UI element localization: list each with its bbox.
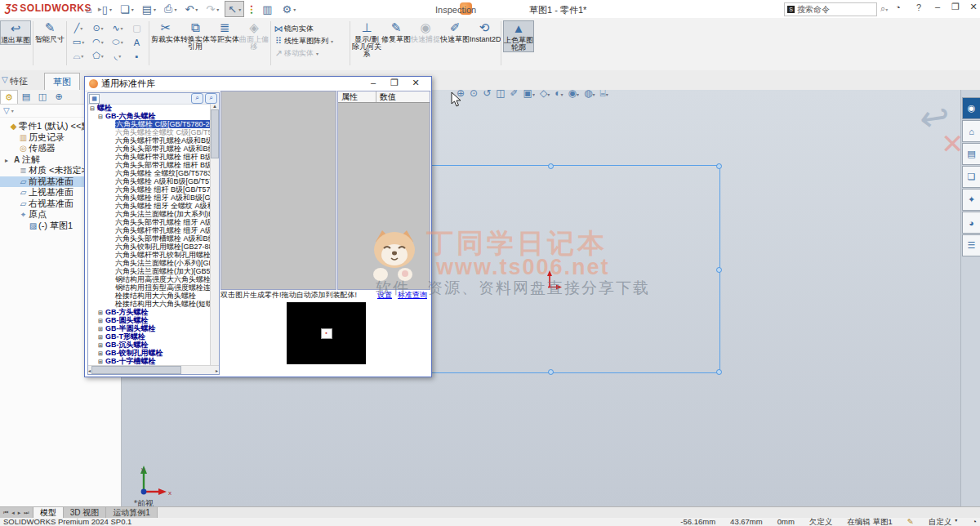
ribbon-button[interactable]: ✐快速草图 bbox=[440, 20, 470, 58]
expander-icon[interactable]: ⊞ bbox=[98, 358, 105, 365]
ribbon-button[interactable]: ⊥显示/删除几何关系 bbox=[352, 20, 381, 58]
parts-tree-item[interactable]: 六角头头部带孔螺栓 细牙 A级和B bbox=[88, 218, 211, 226]
parts-tree-item[interactable]: 钢结构用扭剪型高强度螺栓连接副 bbox=[88, 283, 211, 292]
tab-scroll-icon[interactable]: ◂ bbox=[11, 510, 15, 516]
sketch-entity-button[interactable]: ◟▾ bbox=[108, 49, 127, 63]
tab-scroll-icon[interactable]: ▸ bbox=[18, 510, 21, 516]
quick-access-button[interactable]: ⌂ bbox=[83, 2, 96, 16]
parts-tree-item[interactable]: 六角头螺栓 细杆 B级[GB/T5784-1 bbox=[88, 185, 211, 194]
quick-access-button[interactable]: ↶▾ bbox=[182, 2, 200, 16]
parts-tree-item[interactable]: 六角头头部带孔螺栓 细杆 B级[GB bbox=[88, 161, 211, 169]
ribbon-row-button[interactable]: ⠿线性草图阵列▾ bbox=[273, 35, 348, 47]
plane-handle[interactable] bbox=[716, 369, 722, 375]
tree-view-button[interactable]: ▦ bbox=[89, 94, 100, 104]
parts-tree-item[interactable]: 六角头螺杆带孔螺栓 细牙 A级和B bbox=[88, 226, 211, 234]
task-pane-tab[interactable]: ☰ bbox=[962, 234, 980, 256]
view-tool-icon[interactable]: ◉▾ bbox=[568, 90, 579, 99]
status-custom[interactable]: 自定义 bbox=[929, 517, 952, 526]
status-circle-icon[interactable]: ◔ bbox=[972, 517, 977, 526]
filter-icon[interactable]: ▽ bbox=[2, 75, 8, 84]
parts-tree-item[interactable]: ⊞GB-方头螺栓 bbox=[88, 308, 211, 316]
parts-tree-item[interactable]: 六角头螺栓 C级[GB/T5780-2000] bbox=[88, 120, 211, 128]
account-icon[interactable]: ◔ bbox=[895, 2, 901, 12]
expander-icon[interactable]: ⊞ bbox=[98, 333, 105, 341]
plane-handle[interactable] bbox=[548, 163, 554, 169]
parts-tree-item[interactable]: ⊞GB-T形螺栓 bbox=[88, 332, 211, 341]
expander-icon[interactable]: ⊞ bbox=[98, 341, 105, 349]
plane-handle[interactable] bbox=[716, 267, 722, 273]
close-button[interactable]: ✕ bbox=[965, 2, 980, 12]
sketch-entity-button[interactable]: ▢ bbox=[127, 21, 147, 35]
sketch-entity-button[interactable]: ⬠▾ bbox=[88, 49, 108, 63]
parts-tree-item[interactable]: 六角头法兰面螺栓(小系列)[GB/T1 bbox=[88, 259, 211, 267]
minimize-button[interactable]: – bbox=[929, 2, 946, 11]
parts-tree-item[interactable]: 六角头螺杆带孔螺栓 细杆 B级[GB bbox=[88, 153, 211, 161]
quick-access-button[interactable]: ▤▾ bbox=[140, 2, 158, 16]
sketch-entity-button[interactable]: ▪ bbox=[127, 49, 147, 63]
parts-tree-item[interactable]: 六角头螺栓 全螺纹[GB/T5783-200 bbox=[88, 169, 211, 177]
parts-tree-item[interactable]: 栓接结构用大六角头螺栓 bbox=[88, 292, 211, 300]
view-tool-icon[interactable]: ✐ bbox=[510, 90, 519, 99]
plane-handle[interactable] bbox=[548, 369, 554, 375]
parts-tree-item[interactable]: ⊞GB-圆头螺栓 bbox=[88, 316, 211, 324]
quick-access-button[interactable]: ❏▾ bbox=[118, 2, 136, 16]
expander-icon[interactable]: ⊞ bbox=[98, 350, 105, 357]
parts-tree-item[interactable]: ⊞GB-十字槽螺栓 bbox=[88, 357, 211, 365]
expander-icon[interactable]: ⊞ bbox=[98, 325, 105, 332]
dialog-link[interactable]: 标准查询 bbox=[398, 291, 427, 299]
parts-tree-item[interactable]: 六角头铰制孔用螺栓[GB27-88] bbox=[88, 243, 211, 251]
dialog-minimize-button[interactable]: – bbox=[363, 78, 384, 88]
restore-button[interactable]: ❐ bbox=[947, 2, 964, 12]
ribbon-button[interactable]: ⧉转换实体引用 bbox=[180, 20, 210, 51]
sketch-entity-button[interactable]: ⌓▾ bbox=[69, 49, 88, 63]
ribbon-row-button[interactable]: ↗移动实体▾ bbox=[273, 47, 348, 60]
view-tool-icon[interactable]: ◍▾ bbox=[584, 90, 595, 99]
task-pane-tab[interactable]: ❏ bbox=[962, 166, 980, 188]
view-tool-icon[interactable]: ⊙ bbox=[470, 90, 478, 99]
parts-tree-item[interactable]: 栓接结构用大六角头螺栓(短螺纹) bbox=[88, 300, 211, 308]
dropdown-caret-icon[interactable]: ▾ bbox=[955, 517, 957, 526]
smart-dimension-button[interactable]: ✎ 智能尺寸 bbox=[35, 20, 65, 43]
view-tool-icon[interactable]: ⌸▾ bbox=[599, 90, 608, 99]
quick-access-button[interactable]: ▯▾ bbox=[100, 2, 114, 16]
expander-icon[interactable]: ⊟ bbox=[98, 113, 105, 120]
dialog-close-button[interactable]: ✕ bbox=[405, 78, 426, 88]
dialog-title-bar[interactable]: 通用标准件库 – ❐ ✕ bbox=[85, 77, 431, 91]
feature-manager-tab[interactable]: ⚙ bbox=[0, 90, 18, 104]
view-tool-icon[interactable]: ◇▾ bbox=[540, 90, 550, 99]
parts-tree-item[interactable]: 钢结构用高强度大六角头螺栓 bbox=[88, 275, 211, 283]
feature-manager-tab[interactable]: ▤ bbox=[18, 90, 34, 103]
quick-access-button[interactable]: ▥ bbox=[260, 2, 276, 16]
plane-handle[interactable] bbox=[716, 163, 722, 169]
view-tool-icon[interactable]: ◐▾ bbox=[555, 90, 563, 99]
quick-access-button[interactable]: ● bbox=[247, 0, 256, 14]
parts-tree-item[interactable]: 六角头螺杆带孔螺栓A级和B级[GB/ bbox=[88, 136, 211, 145]
ribbon-button[interactable]: ⟲Instant2D bbox=[470, 20, 499, 58]
parts-tree-item[interactable]: ⊞GB-沉头螺栓 bbox=[88, 341, 211, 349]
view-tool-icon[interactable]: ▣▾ bbox=[523, 90, 535, 99]
dialog-maximize-button[interactable]: ❐ bbox=[384, 78, 405, 88]
parts-tree-item[interactable]: ⊞GB-铰制孔用螺栓 bbox=[88, 349, 211, 357]
command-search-input[interactable]: S 搜索命令 bbox=[784, 2, 877, 16]
scrollbar-thumb[interactable] bbox=[91, 366, 181, 374]
task-pane-tab[interactable]: ◉ bbox=[962, 97, 980, 119]
dialog-link[interactable]: 设置 bbox=[377, 291, 392, 299]
parts-tree-item[interactable]: 六角头法兰面螺栓(加大系列)B级[ bbox=[88, 210, 211, 218]
parts-tree-item[interactable]: 六角头头部带槽螺栓 A级和B级[GB bbox=[88, 234, 211, 243]
parts-tree-item[interactable]: 六角头头部带孔螺栓 A级和B级[GB bbox=[88, 145, 211, 153]
expander-icon[interactable]: ⊞ bbox=[98, 317, 105, 324]
quick-access-button[interactable]: ↖▾ bbox=[225, 1, 244, 17]
search-next-button[interactable]: ⌕ bbox=[205, 93, 217, 104]
sketch-entity-button[interactable]: ⊙▾ bbox=[88, 21, 108, 35]
horizontal-scrollbar[interactable]: ◂ ▸ bbox=[88, 365, 219, 374]
vertical-scrollbar[interactable]: ▲ bbox=[210, 104, 219, 366]
view-tool-icon[interactable]: ↺ bbox=[483, 90, 491, 99]
sketch-entity-button[interactable]: A bbox=[127, 35, 147, 49]
parts-tree-item[interactable]: ⊞GB-半圆头螺栓 bbox=[88, 324, 211, 332]
ribbon-row-button[interactable]: ⋈镜向实体 bbox=[273, 23, 348, 35]
search-icon[interactable]: ⌕▾ bbox=[880, 3, 888, 14]
parts-tree-item[interactable]: 六角头螺栓 A级和B级[GB/T5782-2 bbox=[88, 177, 211, 185]
sketch-entity-button[interactable]: ▭▾ bbox=[69, 35, 88, 49]
tab-草图[interactable]: 草图 bbox=[44, 73, 80, 90]
expander-icon[interactable]: ⊞ bbox=[98, 309, 105, 316]
